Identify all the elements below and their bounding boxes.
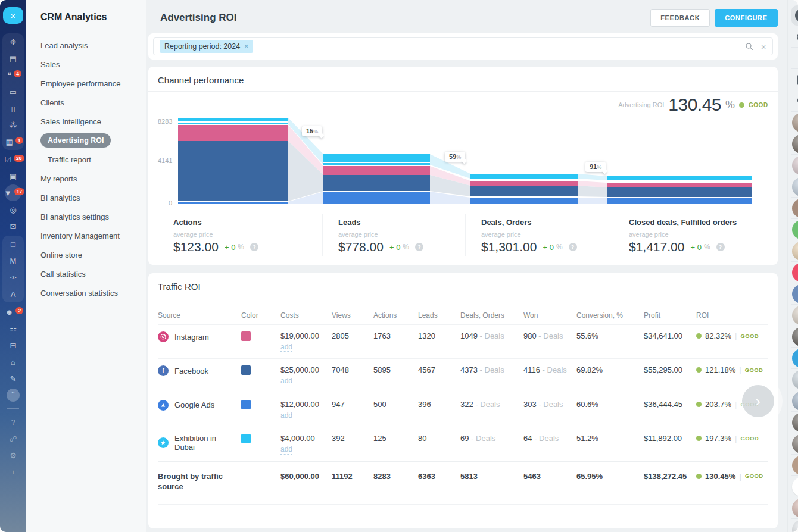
sidebar-item-bi-analytics[interactable]: BI analytics [40, 188, 146, 207]
user-avatar[interactable] [792, 327, 798, 346]
crm-funnel-icon[interactable]: ▼17 [2, 184, 24, 201]
color-swatch[interactable] [241, 331, 251, 341]
sidebar-item-employee-performance[interactable]: Employee performance [40, 74, 146, 93]
history-button[interactable] [796, 31, 798, 43]
tasks-icon[interactable]: ☑28 [2, 151, 24, 168]
search-button[interactable] [796, 95, 798, 107]
structure-icon[interactable]: ☍ [2, 430, 24, 447]
marketing-icon[interactable]: ◎ [2, 201, 24, 218]
sidebar-item-sales[interactable]: Sales [40, 55, 146, 74]
close-menu-button[interactable]: × [3, 7, 23, 24]
user-avatar[interactable] [792, 134, 798, 154]
market-icon[interactable]: M [2, 252, 24, 269]
deals-suffix: - Deals [471, 434, 495, 443]
more-icon[interactable]: ˇ [2, 387, 24, 403]
helpdesk-button[interactable]: ? [791, 5, 798, 26]
contact-card-item[interactable] [792, 456, 798, 475]
mail-icon[interactable]: ✉ [2, 218, 24, 234]
search-icon[interactable] [744, 42, 754, 51]
help-icon[interactable]: ? [250, 243, 258, 251]
store-icon[interactable]: ⊟ [2, 337, 24, 353]
configure-button[interactable]: CONFIGURE [715, 9, 777, 27]
sidebar-item-conversation-statistics[interactable]: Conversation statistics [40, 283, 146, 302]
contacts-icon[interactable]: ▣ [2, 168, 24, 184]
user-avatar[interactable] [792, 242, 798, 261]
user-avatar[interactable] [792, 306, 798, 325]
add-icon[interactable]: + [2, 464, 24, 480]
sidebar-item-inventory-management[interactable]: Inventory Management [40, 226, 146, 245]
help-icon[interactable]: ? [716, 243, 725, 251]
user-avatar[interactable] [792, 520, 798, 532]
employees-icon[interactable]: ⁂ [2, 117, 24, 133]
calendar-icon[interactable]: ▦1 [2, 133, 24, 150]
sidebar-item-advertising-roi[interactable]: Advertising ROI [40, 131, 146, 150]
messenger-icon[interactable]: ❝4 [2, 67, 24, 83]
help-icon[interactable]: ? [569, 243, 577, 251]
feedback-button[interactable]: FEEDBACK [650, 9, 710, 27]
help-icon[interactable]: ? [415, 243, 423, 251]
sidebar-item-bi-analytics-settings[interactable]: BI analytics settings [40, 207, 146, 226]
add-link[interactable]: add [280, 343, 292, 352]
deals-value: 1049 [460, 331, 478, 340]
stage-price-row: $1,301.00+ 0%? [481, 240, 613, 254]
right-rail-slot: ? [788, 5, 798, 26]
table-row[interactable]: Instagram$19,000.00add2805176313201049 -… [158, 324, 768, 358]
chip-remove-icon[interactable]: × [244, 42, 248, 51]
support-icon[interactable]: ? [2, 414, 24, 430]
call-item[interactable] [792, 263, 798, 282]
views-cell: 392 [332, 434, 373, 443]
user-avatar[interactable] [792, 392, 798, 411]
settings-icon[interactable]: ⚙ [2, 447, 24, 464]
sidebar-item-sales-intelligence[interactable]: Sales Intelligence [40, 112, 146, 131]
sites-icon[interactable]: □ [2, 236, 24, 252]
user-avatar[interactable] [792, 177, 798, 196]
copilot-icon[interactable]: ☻2 [2, 303, 24, 320]
developer-icon[interactable]: </> [2, 269, 24, 286]
add-link[interactable]: add [280, 377, 292, 386]
sidebar-item-call-statistics[interactable]: Call statistics [40, 264, 146, 283]
group-chat-item[interactable] [792, 284, 798, 303]
scroll-right-button[interactable]: › [742, 385, 774, 417]
filter-chip[interactable]: Reporting period: 2024 × [160, 40, 253, 53]
user-avatar[interactable] [792, 413, 798, 432]
sidebar-item-online-store[interactable]: Online store [40, 245, 146, 264]
add-link[interactable]: add [280, 445, 292, 454]
chat-notifications-button[interactable] [796, 74, 798, 86]
color-swatch[interactable] [241, 365, 251, 375]
sidebar-item-my-reports[interactable]: My reports [40, 169, 146, 188]
user-avatar[interactable] [792, 434, 798, 453]
workgroup-item[interactable] [792, 349, 798, 368]
sidebar-item-traffic-report[interactable]: Traffic report [40, 150, 146, 169]
sidebar-item-clients[interactable]: Clients [40, 93, 146, 112]
filter-bar[interactable]: Reporting period: 2024 × × [153, 37, 773, 55]
open-chat-item[interactable] [792, 220, 798, 239]
table-row[interactable]: Exhibition in Dubai$4,000.00add392125806… [158, 427, 768, 461]
inbox-icon[interactable]: ▭ [2, 83, 24, 100]
workflow-icon[interactable]: ⚏ [2, 320, 24, 337]
user-avatar[interactable] [792, 370, 798, 389]
color-cell [241, 400, 280, 411]
user-avatar[interactable] [792, 113, 798, 132]
color-cell [241, 434, 280, 445]
company-icon[interactable]: ⌂ [2, 353, 24, 370]
color-swatch[interactable] [241, 434, 251, 443]
clear-filter-icon[interactable]: × [761, 42, 766, 52]
user-avatar[interactable] [792, 499, 798, 518]
table-row[interactable]: fFacebook$25,000.00add7048589545674373 -… [158, 358, 768, 392]
automation-icon[interactable]: ❉ [2, 33, 24, 50]
profit-cell: $11,892.00 [644, 434, 696, 443]
celebration-item[interactable]: 1 [792, 477, 798, 496]
private-chat-item[interactable] [792, 199, 798, 218]
user-avatar[interactable] [792, 156, 798, 175]
feed-icon[interactable]: ▤ [2, 50, 24, 67]
sidebar-item-lead-analysis[interactable]: Lead analysis [40, 36, 146, 55]
help-icon: ? [795, 9, 798, 22]
esign-icon[interactable]: ✎ [2, 370, 24, 387]
add-link[interactable]: add [280, 411, 292, 420]
ai-icon[interactable]: A [2, 286, 24, 302]
color-swatch[interactable] [241, 400, 251, 409]
average-price-label: average price [338, 231, 465, 238]
documents-icon[interactable]: ▯ [2, 100, 24, 117]
table-row[interactable]: Google Ads$12,000.00add947500396322 - De… [158, 393, 768, 427]
notifications-button[interactable] [796, 52, 798, 64]
